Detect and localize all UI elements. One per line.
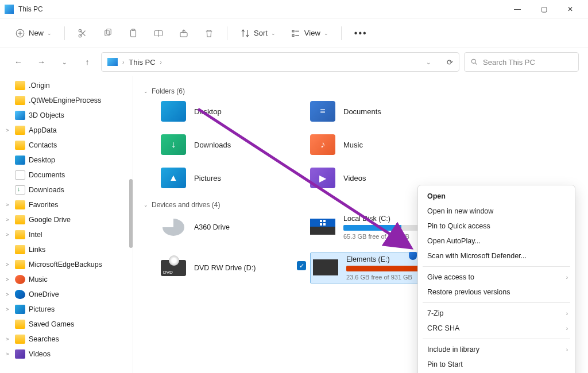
ctx-restore[interactable]: Restore previous versions (418, 285, 575, 300)
a360-icon (163, 219, 184, 236)
expand-chevron-icon: > (3, 277, 11, 282)
sidebar-item-label: Google Drive (29, 216, 71, 224)
ctx-include[interactable]: Include in library› (418, 342, 575, 357)
svg-point-16 (471, 59, 475, 63)
ctx-7zip[interactable]: 7-Zip› (418, 306, 575, 321)
sidebar-item-onedrive[interactable]: > OneDrive (0, 287, 133, 302)
folder-pictures[interactable]: ▲ Pictures (161, 168, 310, 188)
folder-icon (15, 320, 25, 329)
ctx-scan[interactable]: Scan with Microsoft Defender... (418, 248, 575, 263)
rename-button[interactable] (148, 23, 169, 44)
folder-documents[interactable]: ≡ Documents (310, 101, 459, 122)
drive-a360[interactable]: A360 Drive (161, 215, 310, 240)
ctx-give-access[interactable]: Give access to› (418, 270, 575, 285)
sidebar-item-videos[interactable]: > Videos (0, 347, 133, 362)
sidebar-item-contacts[interactable]: Contacts (0, 138, 133, 153)
section-folders-label: Folders (6) (152, 87, 185, 95)
sort-button[interactable]: Sort ⌄ (234, 23, 281, 44)
up-button[interactable]: ↑ (78, 53, 96, 71)
drive-checkbox[interactable]: ✓ (297, 261, 306, 270)
folder-label: Documents (343, 107, 381, 116)
sidebar-item-links[interactable]: Links (0, 242, 133, 257)
address-row: ← → ⌄ ↑ › This PC › ⌄ ⟳ Search This PC (0, 48, 588, 76)
sidebar-item-label: Music (29, 275, 48, 283)
titlebar: This PC — ▢ ✕ (0, 0, 588, 18)
sidebar-item--origin[interactable]: .Origin (0, 78, 133, 93)
sidebar-item-intel[interactable]: > Intel (0, 227, 133, 242)
sidebar-item-documents[interactable]: Documents (0, 168, 133, 182)
sidebar-item-saved-games[interactable]: Saved Games (0, 317, 133, 332)
ctx-autoplay[interactable]: Open AutoPlay... (418, 234, 575, 248)
expand-chevron-icon: > (3, 232, 11, 238)
sidebar-item-label: Videos (29, 350, 51, 358)
history-dropdown[interactable]: ⌄ (55, 53, 74, 71)
ctx-open-new[interactable]: Open in new window (418, 204, 575, 219)
new-button[interactable]: New ⌄ (9, 23, 57, 44)
folder-icon (15, 230, 25, 239)
sidebar-item--qtwebengineprocess[interactable]: .QtWebEngineProcess (0, 93, 133, 108)
section-folders[interactable]: ⌄ Folders (6) (144, 87, 578, 95)
svg-rect-13 (292, 34, 294, 36)
folder-label: Downloads (194, 141, 231, 149)
cut-icon (78, 28, 88, 38)
ctx-open[interactable]: Open (418, 189, 575, 204)
sidebar-item-label: MicrosoftEdgeBackups (29, 261, 102, 269)
svg-rect-21 (323, 223, 326, 226)
copy-button[interactable] (97, 23, 119, 44)
back-button[interactable]: ← (9, 53, 28, 71)
ctx-crc[interactable]: CRC SHA› (418, 321, 575, 336)
sidebar-item-favorites[interactable]: > Favorites (0, 197, 133, 212)
ctx-separator (423, 266, 570, 267)
folder-icon (15, 260, 25, 269)
bluecube-icon (15, 111, 25, 120)
sidebar-item-searches[interactable]: > Searches (0, 332, 133, 347)
drive-dvd[interactable]: DVD RW Drive (D:) (161, 252, 310, 283)
folder-icon (15, 126, 25, 135)
folder-label: Videos (343, 174, 366, 182)
search-input[interactable]: Search This PC (464, 52, 579, 72)
minimize-button[interactable]: — (504, 0, 531, 18)
folder-label: Desktop (194, 107, 222, 116)
sidebar-item-label: Searches (29, 335, 59, 343)
sidebar-item-downloads[interactable]: Downloads (0, 182, 133, 197)
close-button[interactable]: ✕ (557, 0, 583, 18)
sidebar-item-microsoftedgebackups[interactable]: > MicrosoftEdgeBackups (0, 257, 133, 272)
maximize-button[interactable]: ▢ (531, 0, 557, 18)
share-icon (179, 28, 189, 38)
folder-icon (15, 200, 25, 209)
videos-folder-icon: ▶ (310, 168, 335, 188)
desktopic-icon (15, 156, 25, 165)
forward-button[interactable]: → (32, 53, 51, 71)
sidebar-item-appdata[interactable]: > AppData (0, 123, 133, 138)
sidebar-item-desktop[interactable]: Desktop (0, 153, 133, 168)
sidebar-item-3d-objects[interactable]: 3D Objects (0, 108, 133, 123)
view-icon (291, 28, 301, 38)
delete-button[interactable] (198, 23, 220, 44)
refresh-button[interactable]: ⟳ (447, 58, 453, 67)
sidebar-item-label: OneDrive (29, 290, 59, 298)
folder-icon (15, 96, 25, 105)
address-dropdown[interactable]: ⌄ (426, 59, 431, 65)
picic-icon (15, 305, 25, 314)
dlic-icon (15, 185, 25, 195)
folder-desktop[interactable]: Desktop (161, 101, 310, 122)
chevron-down-icon: ⌄ (144, 202, 148, 208)
sidebar-item-pictures[interactable]: > Pictures (0, 302, 133, 317)
folder-music[interactable]: ♪ Music (310, 134, 459, 155)
sidebar-item-label: 3D Objects (29, 111, 64, 119)
folder-downloads[interactable]: ↓ Downloads (161, 134, 310, 155)
ctx-pin-qa[interactable]: Pin to Quick access (418, 219, 575, 234)
sidebar-item-google-drive[interactable]: > Google Drive (0, 212, 133, 227)
more-button[interactable]: ••• (349, 23, 373, 44)
view-button[interactable]: View ⌄ (285, 23, 334, 44)
sidebar-scrollbar-thumb[interactable] (129, 179, 133, 248)
cut-button[interactable] (72, 23, 94, 44)
sidebar-item-label: Saved Games (29, 320, 74, 328)
expand-chevron-icon: > (3, 127, 11, 133)
ctx-pin-start[interactable]: Pin to Start (418, 357, 575, 372)
address-bar[interactable]: › This PC › ⌄ ⟳ (101, 52, 459, 72)
sidebar-item-music[interactable]: > Music (0, 272, 133, 287)
paste-button[interactable] (122, 23, 144, 44)
share-button[interactable] (173, 23, 195, 44)
breadcrumb-root[interactable]: This PC (129, 58, 155, 67)
